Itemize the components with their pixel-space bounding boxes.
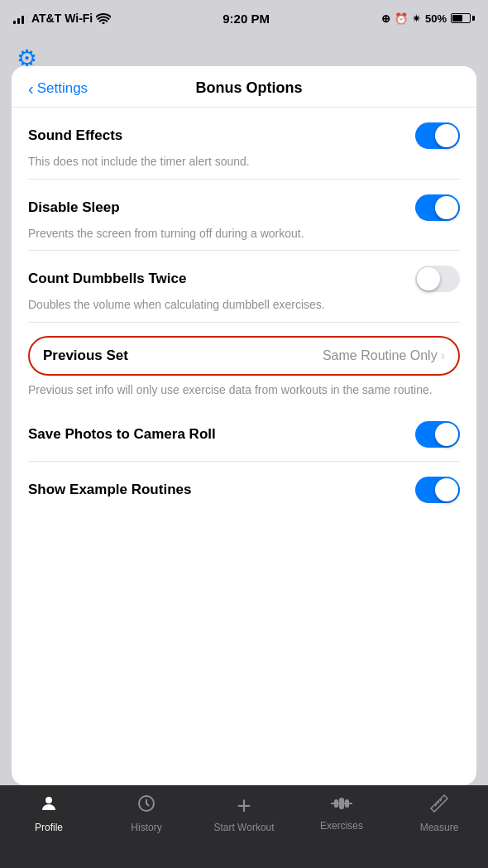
- screen-lock-icon: ⊕: [381, 12, 390, 25]
- status-left: AT&T Wi-Fi: [13, 12, 111, 25]
- setting-row-save-photos: Save Photos to Camera Roll: [28, 406, 460, 462]
- tab-start-workout-label: Start Workout: [213, 822, 274, 833]
- svg-point-0: [45, 797, 52, 803]
- disable-sleep-toggle[interactable]: [415, 194, 460, 221]
- battery-icon: [451, 13, 475, 23]
- tab-measure[interactable]: Measure: [390, 794, 488, 833]
- status-time: 9:20 PM: [222, 12, 270, 26]
- svg-rect-7: [340, 798, 343, 808]
- show-routines-toggle[interactable]: [415, 477, 460, 503]
- tab-start-workout[interactable]: + Start Workout: [195, 794, 293, 833]
- count-dumbbells-label: Count Dumbbells Twice: [28, 271, 186, 287]
- save-photos-toggle[interactable]: [415, 421, 460, 448]
- tab-history-label: History: [131, 822, 161, 833]
- back-button[interactable]: ‹ Settings: [28, 80, 88, 97]
- exercises-icon: [331, 794, 352, 817]
- disable-sleep-label: Disable Sleep: [28, 199, 120, 216]
- status-right: ⊕ ⏰ ✴ 50%: [381, 12, 475, 25]
- setting-row-previous-set: Previous Set Same Routine Only › Previou…: [28, 323, 460, 407]
- tab-history[interactable]: History: [98, 794, 195, 833]
- setting-row-sound-effects: Sound Effects This does not include the …: [28, 108, 460, 180]
- tab-profile-label: Profile: [35, 822, 63, 833]
- nav-header: ‹ Settings Bonus Options: [12, 66, 476, 108]
- show-routines-label: Show Example Routines: [28, 482, 191, 498]
- alarm-icon: ⏰: [395, 12, 408, 25]
- settings-list: Sound Effects This does not include the …: [12, 108, 476, 779]
- page-title: Bonus Options: [88, 79, 410, 97]
- count-dumbbells-desc: Doubles the volume when calculating dumb…: [28, 297, 460, 314]
- save-photos-label: Save Photos to Camera Roll: [28, 426, 216, 443]
- tab-exercises[interactable]: Exercises: [293, 794, 390, 832]
- history-icon: [136, 794, 156, 818]
- tab-bar: Profile History + Start Workout Exercise…: [0, 785, 488, 868]
- wifi-icon: [96, 12, 111, 24]
- carrier-label: AT&T Wi-Fi: [31, 12, 93, 25]
- profile-icon: [39, 794, 59, 818]
- tab-profile[interactable]: Profile: [0, 794, 98, 833]
- setting-row-show-routines: Show Example Routines: [28, 462, 460, 516]
- previous-set-label: Previous Set: [43, 348, 128, 364]
- settings-card: ‹ Settings Bonus Options Sound Effects T…: [12, 66, 476, 785]
- back-label: Settings: [37, 80, 88, 97]
- previous-set-picker[interactable]: Previous Set Same Routine Only ›: [28, 336, 460, 376]
- count-dumbbells-toggle[interactable]: [415, 266, 460, 292]
- start-workout-icon: +: [237, 794, 251, 818]
- previous-set-desc: Previous set info will only use exercise…: [28, 382, 460, 399]
- setting-row-count-dumbbells: Count Dumbbells Twice Doubles the volume…: [28, 251, 460, 323]
- sound-effects-label: Sound Effects: [28, 127, 122, 144]
- signal-icon: [13, 12, 28, 24]
- battery-percent: 50%: [425, 12, 447, 25]
- status-bar: AT&T Wi-Fi 9:20 PM ⊕ ⏰ ✴ 50%: [0, 0, 488, 36]
- back-chevron-icon: ‹: [28, 80, 34, 97]
- previous-set-chevron-icon: ›: [441, 348, 445, 363]
- tab-exercises-label: Exercises: [320, 820, 363, 832]
- bluetooth-icon: ✴: [412, 12, 421, 25]
- measure-icon: [429, 794, 449, 818]
- setting-row-disable-sleep: Disable Sleep Prevents the screen from t…: [28, 180, 460, 252]
- previous-set-value: Same Routine Only ›: [323, 348, 445, 363]
- previous-set-value-text: Same Routine Only: [323, 348, 438, 363]
- disable-sleep-desc: Prevents the screen from turning off dur…: [28, 226, 460, 242]
- sound-effects-desc: This does not include the timer alert so…: [28, 154, 460, 170]
- sound-effects-toggle[interactable]: [415, 122, 460, 149]
- tab-measure-label: Measure: [420, 822, 459, 833]
